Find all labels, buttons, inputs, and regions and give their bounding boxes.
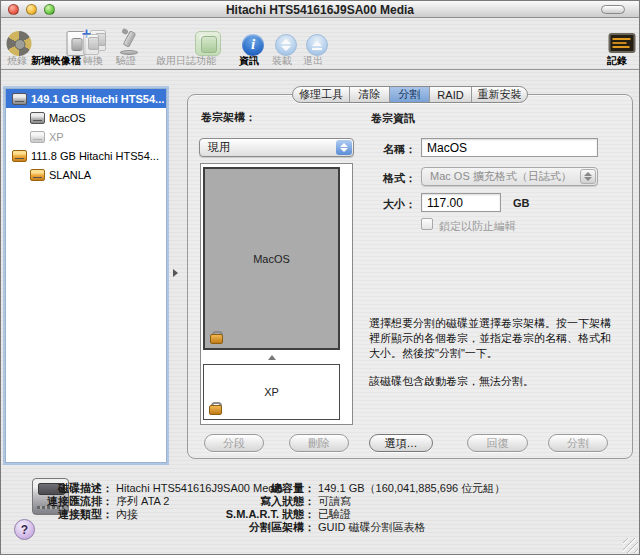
partition-map: MacOS XP — [200, 163, 353, 425]
format-value: Mac OS 擴充格式（日誌式） — [430, 169, 572, 184]
volume-icon — [30, 131, 45, 143]
name-field[interactable] — [421, 138, 598, 157]
tab-first-aid[interactable]: 修理工具 — [293, 87, 349, 102]
volume-info-title: 卷宗資訊 — [371, 111, 415, 126]
sidebar-item-label: SLANLA — [49, 169, 91, 181]
popup-stepper-icon — [580, 169, 596, 184]
volume-scheme-value: 現用 — [208, 140, 230, 155]
partition-xp-label: XP — [264, 386, 279, 398]
toolbar-verify-label: 驗證 — [116, 54, 136, 68]
volume-scheme-popup[interactable]: 現用 — [199, 138, 354, 157]
connection-type-label: 連接類型： — [21, 507, 113, 522]
disk-utility-window: Hitachi HTS541616J9SA00 Media 燒錄 + 新增映像檔… — [0, 0, 640, 555]
format-label: 格式： — [356, 171, 416, 186]
toolbar-enable-journaling-button[interactable]: 啟用日誌功能 — [151, 20, 221, 68]
tab-partition[interactable]: 分割 — [389, 87, 429, 102]
sidebar-item-disk-149gb[interactable]: 149.1 GB Hitachi HTS54... — [6, 89, 166, 108]
panel-collapse-icon[interactable] — [173, 269, 178, 277]
toolbar-convert-label: 轉換 — [83, 54, 103, 68]
split-button[interactable]: 分段 — [204, 434, 264, 452]
smart-status-value: 已驗證 — [318, 508, 351, 520]
internal-disk-icon — [12, 93, 27, 105]
toolbar-new-image-button[interactable]: + 新增映像檔 — [27, 20, 85, 68]
connection-bus-value: 序列 ATA 2 — [116, 495, 169, 507]
window-resize-grip[interactable] — [623, 538, 638, 553]
tab-bar: 修理工具 清除 分割 RAID 重新安裝 — [292, 86, 528, 103]
write-status-value: 可讀寫 — [318, 495, 351, 507]
lock-checkbox[interactable] — [421, 218, 433, 230]
toolbar-eject-label: 退出 — [303, 54, 323, 68]
partition-xp[interactable]: XP — [203, 364, 340, 420]
options-button[interactable]: 選項… — [369, 434, 433, 452]
tab-restore[interactable]: 重新安裝 — [471, 87, 527, 102]
toolbar-verify-button[interactable]: 驗證 — [111, 20, 141, 68]
partition-scheme-row: 分割區架構： GUID 磁碟分割區表格 — [185, 520, 426, 535]
unlocked-padlock-icon — [209, 402, 221, 415]
revert-button[interactable]: 回復 — [467, 434, 528, 452]
toolbar-convert-button[interactable]: 轉換 — [78, 20, 108, 68]
tab-raid[interactable]: RAID — [429, 87, 471, 102]
delete-button[interactable]: 刪除 — [289, 434, 349, 452]
connection-type-row: 連接類型： 內接 — [21, 507, 138, 522]
toolbar-log-label: 記錄 — [607, 54, 627, 68]
enable-journaling-icon — [195, 31, 221, 56]
toolbar-enable-journaling-label: 啟用日誌功能 — [156, 54, 216, 68]
size-field[interactable] — [421, 193, 501, 212]
popup-stepper-icon — [336, 140, 352, 155]
volume-scheme-label: 卷宗架構： — [201, 110, 256, 125]
sidebar-item-volume-xp[interactable]: XP — [6, 127, 166, 146]
size-label: 大小： — [356, 197, 416, 212]
connection-type-value: 內接 — [116, 508, 138, 520]
info-icon — [242, 34, 264, 56]
partition-help-text: 選擇想要分割的磁碟並選擇卷宗架構。按一下架構裡所顯示的各個卷宗，並指定卷宗的名稱… — [369, 316, 621, 361]
volume-icon — [30, 169, 45, 181]
name-label: 名稱： — [356, 142, 416, 157]
sidebar-item-disk-111gb[interactable]: 111.8 GB Hitachi HTS54... — [6, 146, 166, 165]
log-icon — [608, 33, 635, 53]
partition-macos[interactable]: MacOS — [203, 167, 340, 350]
sidebar-item-label: 149.1 GB Hitachi HTS54... — [31, 93, 164, 105]
partition-note-text: 該磁碟包含啟動卷宗，無法分割。 — [369, 374, 621, 389]
sidebar-item-label: MacOS — [49, 112, 86, 124]
mount-icon — [275, 34, 297, 56]
lock-checkbox-label: 鎖定以防止編輯 — [439, 219, 516, 234]
partition-scheme-value: GUID 磁碟分割區表格 — [318, 521, 426, 533]
partition-resize-handle[interactable] — [203, 351, 340, 363]
verify-icon — [117, 30, 141, 56]
toolbar-burn-label: 燒錄 — [7, 54, 27, 68]
resize-caret-icon — [268, 355, 276, 360]
partition-macos-label: MacOS — [253, 253, 290, 265]
titlebar[interactable]: Hitachi HTS541616J9SA00 Media — [1, 1, 639, 18]
total-capacity-value: 149.1 GB（160,041,885,696 位元組） — [318, 482, 505, 494]
partition-scheme-label: 分割區架構： — [185, 520, 315, 535]
sidebar-item-volume-macos[interactable]: MacOS — [6, 108, 166, 127]
toolbar-info-button[interactable]: 資訊 — [234, 20, 264, 68]
toolbar-mount-label: 裝載 — [272, 54, 292, 68]
toolbar: 燒錄 + 新增映像檔 轉換 驗證 啟用日誌功能 資訊 裝載 退出 — [1, 18, 639, 70]
firewire-disk-icon — [12, 150, 27, 162]
sidebar-item-label: 111.8 GB Hitachi HTS54... — [31, 150, 159, 162]
convert-icon — [82, 30, 108, 56]
size-unit: GB — [513, 197, 530, 209]
tab-erase[interactable]: 清除 — [349, 87, 389, 102]
help-button[interactable]: ? — [14, 519, 35, 540]
eject-icon — [306, 34, 328, 56]
unlocked-padlock-icon — [210, 331, 222, 344]
toolbar-info-label: 資訊 — [239, 54, 259, 68]
sidebar-item-label: XP — [49, 131, 64, 143]
window-title: Hitachi HTS541616J9SA00 Media — [1, 3, 639, 17]
device-list: 149.1 GB Hitachi HTS54... MacOS XP 111.8… — [5, 88, 167, 463]
toolbar-eject-button[interactable]: 退出 — [298, 20, 328, 68]
volume-icon — [30, 112, 45, 124]
toolbar-log-button[interactable]: 記錄 — [599, 20, 635, 68]
sidebar-item-volume-slanla[interactable]: SLANLA — [6, 165, 166, 184]
toolbar-toggle-button[interactable] — [601, 5, 625, 14]
partition-button[interactable]: 分割 — [548, 434, 608, 452]
toolbar-new-image-label: 新增映像檔 — [31, 54, 81, 68]
format-popup[interactable]: Mac OS 擴充格式（日誌式） — [421, 167, 598, 186]
toolbar-mount-button[interactable]: 裝載 — [267, 20, 297, 68]
